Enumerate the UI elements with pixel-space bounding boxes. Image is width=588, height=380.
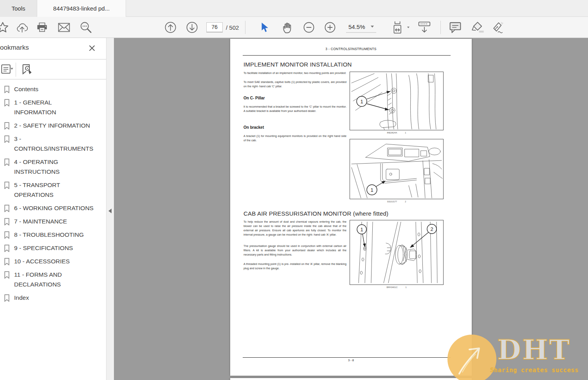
page-up-icon bbox=[164, 21, 177, 33]
svg-text:1: 1 bbox=[361, 227, 363, 232]
bookmark-item-operating-instructions[interactable]: 4 - OPERATING INSTRUCTIONS bbox=[4, 157, 106, 176]
bookmarks-list: Contents 1 - GENERAL INFORMATION 2 - SAF… bbox=[0, 79, 106, 303]
bookmarks-toolbar-divider bbox=[16, 63, 16, 77]
find-current-bookmark-button[interactable] bbox=[21, 64, 33, 77]
section2-text-column: To help reduce the amount of dust and ch… bbox=[243, 220, 346, 275]
zoom-out-button[interactable] bbox=[303, 22, 315, 33]
previous-page-button[interactable] bbox=[164, 21, 177, 33]
bookmark-icon bbox=[4, 245, 10, 252]
bookmarks-panel-header: ookmarks bbox=[0, 38, 106, 59]
next-page-button[interactable] bbox=[186, 21, 198, 33]
cab-bracket-line-drawing: 1 bbox=[350, 139, 443, 199]
page-number-input[interactable] bbox=[206, 22, 223, 32]
zoom-level-value: 54.5% bbox=[348, 23, 365, 30]
document-viewport[interactable]: 3 - CONTROLS/INSTRUMENTS IMPLEMENT MONIT… bbox=[114, 38, 588, 380]
envelope-icon bbox=[57, 22, 71, 33]
toolbar-divider bbox=[245, 21, 245, 34]
tab-tools[interactable]: Tools bbox=[0, 0, 37, 17]
bookmark-icon bbox=[4, 158, 10, 166]
bookmarks-toolbar bbox=[0, 59, 106, 79]
bookmark-item-contents[interactable]: Contents bbox=[4, 84, 106, 94]
bookmark-item-safety-information[interactable]: 2 - SAFETY INFORMATION bbox=[4, 121, 106, 130]
paragraph: To meet SAE standards, captive bolts (1)… bbox=[243, 80, 346, 88]
fit-width-icon bbox=[391, 21, 406, 34]
select-tool-button[interactable] bbox=[260, 22, 270, 32]
close-panel-button[interactable] bbox=[87, 43, 97, 53]
zoom-in-button[interactable] bbox=[324, 22, 336, 33]
page-down-icon bbox=[186, 21, 198, 33]
bookmark-item-forms-declarations[interactable]: 11 - FORMS AND DECLARATIONS bbox=[4, 270, 106, 289]
figure-caption: 86E3624A 1 bbox=[350, 131, 444, 134]
bookmark-icon bbox=[4, 218, 10, 225]
print-button[interactable] bbox=[36, 22, 49, 33]
page-footer-number: 3 - 8 bbox=[230, 358, 472, 362]
page-count: / 502 bbox=[226, 24, 239, 31]
figure-caption: SS10J177 2 bbox=[350, 200, 444, 203]
svg-text:2: 2 bbox=[431, 226, 433, 232]
bookmark-item-index[interactable]: Index bbox=[4, 293, 106, 303]
paragraph: To facilitate installation of an impleme… bbox=[243, 71, 346, 75]
figure-monitor-bracket: 1 SS10J177 2 bbox=[350, 139, 444, 203]
toolbar-divider bbox=[440, 21, 441, 34]
options-list-icon bbox=[1, 64, 14, 75]
svg-text:1: 1 bbox=[371, 187, 373, 193]
fountain-pen-icon bbox=[491, 21, 506, 34]
bookmark-icon bbox=[4, 271, 10, 279]
comment-button[interactable] bbox=[449, 21, 462, 34]
printer-icon bbox=[36, 22, 49, 33]
page-running-header: 3 - CONTROLS/INSTRUMENTS bbox=[230, 47, 472, 51]
bookmark-item-controls-instruments[interactable]: 3 - CONTROLS/INSTRUMENTS bbox=[4, 134, 106, 153]
bookmark-item-troubleshooting[interactable]: 8 - TROUBLESHOOTING bbox=[4, 230, 106, 240]
tab-document-label: 84479483-linked pd... bbox=[53, 5, 110, 12]
bookmark-item-general-information[interactable]: 1 - GENERAL INFORMATION bbox=[4, 97, 106, 117]
panel-gutter bbox=[106, 38, 114, 380]
figure-c-pillar-bolts: 1 86E3624A 1 bbox=[350, 72, 444, 134]
bookmark-item-working-operations[interactable]: 6 - WORKING OPERATIONS bbox=[4, 203, 106, 213]
marquee-zoom-button[interactable] bbox=[79, 21, 92, 34]
toolbar-hide-icon bbox=[417, 21, 432, 34]
paragraph: The pressurisation gauge should be used … bbox=[243, 244, 346, 257]
bookmark-item-maintenance[interactable]: 7 - MAINTENANCE bbox=[4, 216, 106, 226]
bookmark-icon bbox=[4, 205, 10, 212]
bookmark-item-transport-operations[interactable]: 5 - TRANSPORT OPERATIONS bbox=[4, 180, 106, 200]
tab-tools-label: Tools bbox=[11, 5, 25, 12]
share-upload-button[interactable] bbox=[15, 22, 29, 33]
search-zoom-icon bbox=[79, 21, 92, 34]
plus-circle-icon bbox=[324, 22, 336, 33]
tab-document[interactable]: 84479483-linked pd... bbox=[37, 0, 126, 17]
zoom-level-select[interactable]: 54.5% bbox=[346, 22, 376, 32]
section-title-cab-air-pressurisation: CAB AIR PRESSURISATION MONITOR (where fi… bbox=[243, 210, 388, 217]
cloud-upload-icon bbox=[15, 22, 29, 33]
bookmark-icon bbox=[4, 99, 10, 106]
bookmark-icon bbox=[4, 258, 10, 265]
paragraph: A bracket (1) for mounting equipment mon… bbox=[243, 134, 346, 142]
email-button[interactable] bbox=[57, 22, 71, 33]
subheading-on-bracket: On bracket bbox=[243, 125, 346, 130]
bookmark-icon bbox=[4, 135, 10, 143]
close-icon bbox=[89, 45, 95, 51]
toolbar: / 502 54.5% bbox=[0, 17, 588, 38]
bookmark-item-specifications[interactable]: 9 - SPECIFICATIONS bbox=[4, 243, 106, 253]
bookmark-icon bbox=[4, 86, 10, 93]
favorite-star-button[interactable] bbox=[0, 21, 9, 34]
bookmark-item-accessories[interactable]: 10 - ACCESSORIES bbox=[4, 256, 106, 266]
paragraph: To help reduce the amount of dust and ch… bbox=[243, 220, 346, 237]
bookmark-icon bbox=[4, 182, 10, 189]
bookmark-icon bbox=[4, 294, 10, 302]
collapse-panel-arrow[interactable] bbox=[108, 209, 112, 213]
comment-bubble-icon bbox=[449, 21, 462, 34]
svg-text:1: 1 bbox=[361, 99, 363, 104]
page-number-field[interactable] bbox=[206, 22, 223, 32]
sign-button[interactable] bbox=[491, 21, 506, 34]
hand-tool-button[interactable] bbox=[281, 21, 293, 34]
paragraph: A threaded mounting point (1) is pre- in… bbox=[243, 262, 346, 270]
chevron-down-icon bbox=[407, 27, 409, 28]
pdf-page: 3 - CONTROLS/INSTRUMENTS IMPLEMENT MONIT… bbox=[230, 39, 472, 376]
scrolling-mode-button[interactable] bbox=[417, 21, 432, 34]
hand-icon bbox=[281, 21, 293, 34]
bookmark-options-button[interactable] bbox=[1, 64, 14, 76]
minus-circle-icon bbox=[303, 22, 315, 33]
fit-width-button[interactable] bbox=[391, 21, 409, 34]
bookmark-icon bbox=[4, 122, 10, 130]
highlight-button[interactable] bbox=[471, 21, 485, 34]
